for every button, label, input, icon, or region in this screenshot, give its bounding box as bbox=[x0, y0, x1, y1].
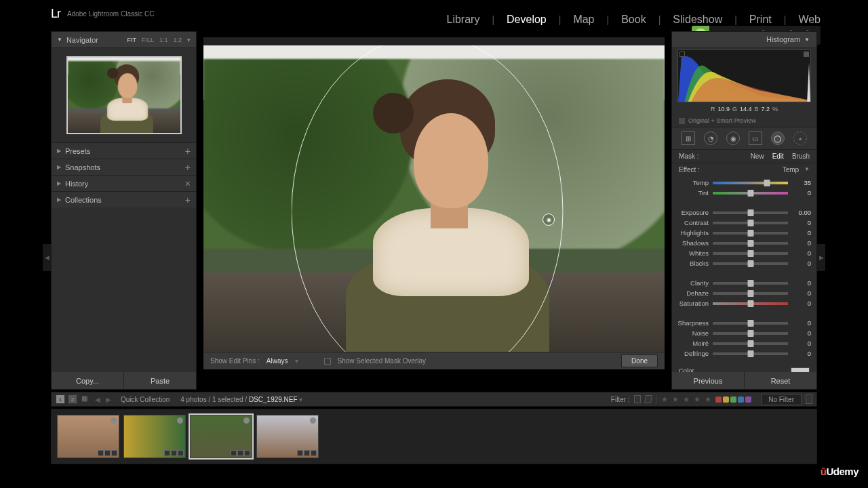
right-panel-toggle[interactable]: ▶ bbox=[817, 244, 825, 271]
edit-pins-value[interactable]: Always bbox=[267, 357, 288, 365]
filter-lock-icon[interactable] bbox=[806, 394, 812, 404]
slider-moiré[interactable]: Moiré0 bbox=[677, 338, 811, 348]
crop-tool-icon[interactable]: ⊞ bbox=[682, 131, 695, 145]
radial-tool-icon[interactable]: ◯ bbox=[771, 131, 785, 145]
shadow-clip-icon[interactable] bbox=[679, 52, 685, 57]
histogram-chart[interactable] bbox=[677, 49, 811, 102]
color-label-filter[interactable] bbox=[715, 396, 722, 403]
slider-thumb[interactable] bbox=[764, 180, 770, 186]
slider-thumb[interactable] bbox=[747, 250, 753, 257]
slider-thumb[interactable] bbox=[747, 280, 753, 287]
slider-contrast[interactable]: Contrast0 bbox=[677, 218, 811, 228]
plus-icon[interactable]: + bbox=[185, 146, 191, 157]
previous-button[interactable]: Previous bbox=[672, 372, 745, 389]
slider-thumb[interactable] bbox=[747, 260, 753, 267]
filmstrip[interactable] bbox=[51, 409, 817, 464]
module-map[interactable]: Map bbox=[573, 14, 594, 26]
slider-thumb[interactable] bbox=[747, 240, 753, 247]
histogram-header[interactable]: Histogram ▼ bbox=[672, 32, 816, 47]
nav-zoom-fill[interactable]: FILL bbox=[142, 37, 154, 43]
reset-button[interactable]: Reset bbox=[745, 372, 816, 389]
slider-noise[interactable]: Noise0 bbox=[677, 328, 811, 338]
star-icon[interactable]: ★ bbox=[683, 395, 690, 404]
main-image[interactable]: ◉ bbox=[203, 45, 665, 354]
nav-zoom-fit[interactable]: FIT bbox=[127, 37, 136, 43]
slider-thumb[interactable] bbox=[747, 190, 753, 197]
flag-reject-icon[interactable] bbox=[644, 395, 652, 403]
filmstrip-thumb[interactable] bbox=[256, 415, 319, 458]
color-label-filter[interactable] bbox=[730, 396, 736, 403]
next-photo-icon[interactable]: ▶ bbox=[106, 396, 111, 403]
panel-presets[interactable]: ▶Presets+ bbox=[52, 142, 196, 159]
slider-thumb[interactable] bbox=[747, 220, 753, 226]
slider-thumb[interactable] bbox=[747, 209, 753, 216]
color-label-filter[interactable] bbox=[745, 396, 751, 403]
paste-button[interactable]: Paste bbox=[124, 372, 196, 389]
navigator-preview[interactable] bbox=[52, 48, 196, 142]
slider-thumb[interactable] bbox=[747, 340, 753, 347]
redeye-tool-icon[interactable]: ◉ bbox=[726, 131, 740, 145]
color-label-filter[interactable] bbox=[723, 396, 729, 403]
plus-icon[interactable]: + bbox=[185, 162, 191, 173]
view-primary[interactable]: 1 bbox=[56, 394, 65, 404]
module-library[interactable]: Library bbox=[447, 14, 480, 26]
panel-collections[interactable]: ▶Collections+ bbox=[52, 191, 196, 207]
module-develop[interactable]: Develop bbox=[507, 14, 547, 26]
slider-sharpness[interactable]: Sharpness0 bbox=[677, 318, 811, 328]
panel-snapshots[interactable]: ▶Snapshots+ bbox=[52, 159, 196, 175]
brush-tool-icon[interactable]: ∘ bbox=[793, 131, 807, 145]
filmstrip-thumb-selected[interactable] bbox=[190, 415, 252, 458]
spot-tool-icon[interactable]: ◔ bbox=[704, 131, 717, 145]
slider-dehaze[interactable]: Dehaze0 bbox=[677, 288, 811, 298]
slider-whites[interactable]: Whites0 bbox=[677, 248, 811, 258]
left-panel-toggle[interactable]: ◀ bbox=[43, 244, 51, 271]
star-icon[interactable]: ★ bbox=[672, 395, 679, 404]
slider-exposure[interactable]: Exposure0.00 bbox=[677, 207, 811, 218]
mask-edit[interactable]: Edit bbox=[772, 152, 784, 160]
mask-overlay-checkbox[interactable] bbox=[324, 358, 331, 365]
mask-brush[interactable]: Brush bbox=[792, 152, 810, 160]
slider-thumb[interactable] bbox=[747, 330, 753, 337]
navigator-thumbnail[interactable] bbox=[66, 56, 182, 134]
slider-clarity[interactable]: Clarity0 bbox=[677, 278, 811, 288]
filmstrip-thumb[interactable] bbox=[123, 415, 186, 458]
slider-thumb[interactable] bbox=[747, 290, 753, 297]
radial-filter-pin[interactable]: ◉ bbox=[542, 214, 555, 226]
navigator-header[interactable]: ▼ Navigator FITFILL1:11:2▾ bbox=[52, 32, 196, 48]
nav-zoom-more[interactable]: ▾ bbox=[187, 37, 191, 43]
slider-temp[interactable]: Temp35 bbox=[677, 178, 811, 188]
slider-highlights[interactable]: Highlights0 bbox=[677, 228, 811, 238]
module-print[interactable]: Print bbox=[749, 14, 772, 26]
collection-name[interactable]: Quick Collection bbox=[121, 396, 170, 403]
slider-shadows[interactable]: Shadows0 bbox=[677, 238, 811, 248]
slider-thumb[interactable] bbox=[747, 320, 753, 327]
color-label-filter[interactable] bbox=[738, 396, 744, 403]
prev-photo-icon[interactable]: ◀ bbox=[95, 396, 100, 403]
view-secondary[interactable]: 2 bbox=[68, 394, 77, 404]
highlight-clip-icon[interactable] bbox=[804, 52, 809, 57]
slider-saturation[interactable]: Saturation0 bbox=[677, 298, 811, 308]
module-slideshow[interactable]: Slideshow bbox=[673, 14, 722, 26]
star-icon[interactable]: ★ bbox=[661, 395, 668, 404]
done-button[interactable]: Done bbox=[621, 354, 658, 367]
slider-thumb[interactable] bbox=[747, 350, 753, 357]
panel-history[interactable]: ▶History× bbox=[52, 175, 196, 191]
gradient-tool-icon[interactable]: ▭ bbox=[749, 131, 762, 145]
slider-tint[interactable]: Tint0 bbox=[677, 188, 811, 198]
slider-thumb[interactable] bbox=[747, 230, 753, 237]
close-icon[interactable]: × bbox=[185, 178, 191, 189]
filter-preset[interactable]: No Filter bbox=[761, 394, 802, 405]
module-book[interactable]: Book bbox=[621, 14, 646, 26]
effect-bar[interactable]: Effect : Temp ▼ bbox=[672, 163, 816, 176]
nav-zoom-1:1[interactable]: 1:1 bbox=[159, 37, 168, 43]
radial-filter-overlay[interactable] bbox=[292, 45, 637, 354]
filmstrip-thumb[interactable] bbox=[57, 415, 119, 458]
nav-zoom-1:2[interactable]: 1:2 bbox=[173, 37, 182, 43]
module-web[interactable]: Web bbox=[798, 14, 821, 26]
grid-view-icon[interactable]: ▦ bbox=[81, 394, 91, 404]
slider-thumb[interactable] bbox=[747, 300, 753, 307]
copy-button[interactable]: Copy... bbox=[52, 372, 124, 389]
star-icon[interactable]: ★ bbox=[705, 395, 711, 404]
plus-icon[interactable]: + bbox=[185, 195, 191, 205]
flag-pick-icon[interactable] bbox=[634, 395, 641, 403]
